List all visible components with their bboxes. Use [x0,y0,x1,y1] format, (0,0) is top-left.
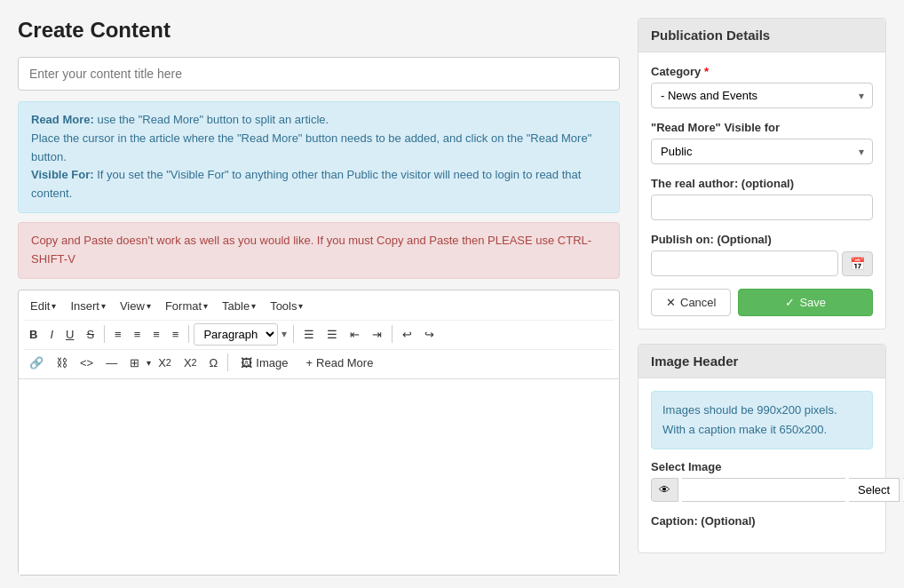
publication-details-panel: Publication Details Category * - News an… [638,18,886,330]
tools-caret-icon: ▾ [298,301,303,311]
paragraph-caret-icon: ▾ [280,328,289,340]
unordered-list-btn[interactable]: ☰ [298,324,320,345]
publish-on-group: Publish on: (Optional) 📅 [651,233,873,276]
image-header-panel: Image Header Images should be 990x200 pi… [638,344,886,553]
unlink-btn[interactable]: ⛓ [51,353,73,373]
format-caret-icon: ▾ [203,301,208,311]
align-left-btn[interactable]: ≡ [109,324,127,345]
image-info-box: Images should be 990x200 pixels. With a … [651,391,873,449]
format-menu-btn[interactable]: Format ▾ [159,296,214,316]
action-buttons: ✕ Cancel ✓ Save [651,289,873,316]
publish-on-input[interactable] [651,250,838,276]
read-more-detail: Place the cursor in the article where th… [31,131,591,163]
real-author-input[interactable] [651,195,873,220]
insert-menu-btn[interactable]: Insert ▾ [64,296,112,316]
read-more-text: use the "Read More" button to split an a… [94,113,329,126]
separator3 [293,325,294,343]
undo-btn[interactable]: ↩ [397,324,417,345]
category-group: Category * - News and Events ▾ [651,65,873,108]
table-insert-btn[interactable]: ⊞ [124,353,145,373]
separator5 [227,354,228,371]
image-info-line2: With a caption make it 650x200. [662,420,861,440]
select-image-row: 👁 Select ✕ [651,478,873,502]
bold-btn[interactable]: B [24,324,43,345]
align-center-btn[interactable]: ≡ [129,324,147,345]
select-image-group: Select Image 👁 Select ✕ [651,460,873,502]
caption-label: Caption: (Optional) [651,514,873,528]
indent-btn[interactable]: ⇥ [367,324,387,345]
category-select[interactable]: - News and Events [651,83,873,108]
category-required: * [704,65,709,78]
table-caret2-icon: ▾ [147,358,151,368]
image-icon: 🖼 [241,356,252,369]
visible-for-group: "Read More" Visible for Public ▾ [651,121,873,164]
image-header-panel-header: Image Header [638,345,885,378]
visible-for-label: "Read More" Visible for [651,121,873,134]
info-box: Read More: use the "Read More" button to… [18,101,620,213]
subscript-btn[interactable]: X2 [153,353,177,373]
select-image-label: Select Image [651,460,873,473]
visible-for-select[interactable]: Public [651,139,873,164]
editor-toolbar-row1: Edit ▾ Insert ▾ View ▾ Format ▾ [19,290,619,379]
image-btn[interactable]: 🖼 Image [233,353,296,373]
editor-body[interactable] [19,379,619,575]
warning-box: Copy and Paste doesn't work as well as y… [18,222,620,279]
paragraph-select[interactable]: Paragraph [194,323,278,346]
hr-btn[interactable]: — [100,353,123,373]
outdent-btn[interactable]: ⇤ [345,324,365,345]
select-image-button[interactable]: Select [849,478,900,502]
image-preview-btn[interactable]: 👁 [651,478,678,502]
link-btn[interactable]: 🔗 [24,353,49,373]
publish-on-date-wrapper: 📅 [651,250,873,276]
warning-text: Copy and Paste doesn't work as well as y… [31,234,591,266]
underline-btn[interactable]: U [60,324,79,345]
publish-on-label: Publish on: (Optional) [651,233,873,246]
cancel-x-icon: ✕ [666,296,676,309]
calendar-btn[interactable]: 📅 [842,251,873,276]
caption-group: Caption: (Optional) [651,514,873,528]
category-select-wrapper: - News and Events ▾ [651,83,873,108]
publication-details-body: Category * - News and Events ▾ "Read Mor… [638,52,885,329]
strikethrough-btn[interactable]: S [81,324,99,345]
plus-icon: + [305,356,313,369]
image-file-input[interactable] [682,478,845,502]
table-caret-icon: ▾ [251,301,256,311]
editor-container: Edit ▾ Insert ▾ View ▾ Format ▾ [18,290,620,576]
separator1 [104,325,105,343]
code-btn[interactable]: <> [75,353,99,373]
read-more-label: Read More: [31,113,94,126]
insert-caret-icon: ▾ [101,301,106,311]
table-menu-btn[interactable]: Table ▾ [216,296,262,316]
publication-details-header: Publication Details [638,19,885,52]
superscript-btn[interactable]: X2 [178,353,202,373]
separator2 [188,325,189,343]
save-check-icon: ✓ [785,296,795,309]
visible-for-label: Visible For: [31,168,94,181]
real-author-label: The real author: (optional) [651,177,873,190]
image-info-line1: Images should be 990x200 pixels. [662,401,861,420]
visible-for-select-wrapper: Public ▾ [651,139,873,164]
special-char-btn[interactable]: Ω [204,353,224,373]
edit-caret-icon: ▾ [52,301,56,311]
save-button[interactable]: ✓ Save [738,289,873,316]
image-header-panel-body: Images should be 990x200 pixels. With a … [638,378,885,552]
visible-for-text: If you set the "Visible For" to anything… [31,168,581,200]
align-right-btn[interactable]: ≡ [147,324,165,345]
cancel-button[interactable]: ✕ Cancel [651,289,731,316]
main-content: Create Content Read More: use the "Read … [18,18,620,576]
read-more-btn[interactable]: + Read More [297,353,381,373]
separator4 [392,325,393,343]
view-caret-icon: ▾ [147,301,151,311]
edit-menu-btn[interactable]: Edit ▾ [24,296,62,316]
page-title: Create Content [18,18,620,43]
sidebar: Publication Details Category * - News an… [638,18,886,576]
view-menu-btn[interactable]: View ▾ [114,296,157,316]
content-title-input[interactable] [18,57,620,91]
category-label: Category * [651,65,873,78]
tools-menu-btn[interactable]: Tools ▾ [264,296,309,316]
ordered-list-btn[interactable]: ☰ [321,324,343,345]
real-author-group: The real author: (optional) [651,177,873,220]
align-justify-btn[interactable]: ≡ [167,324,185,345]
redo-btn[interactable]: ↪ [419,324,440,345]
italic-btn[interactable]: I [44,324,59,345]
